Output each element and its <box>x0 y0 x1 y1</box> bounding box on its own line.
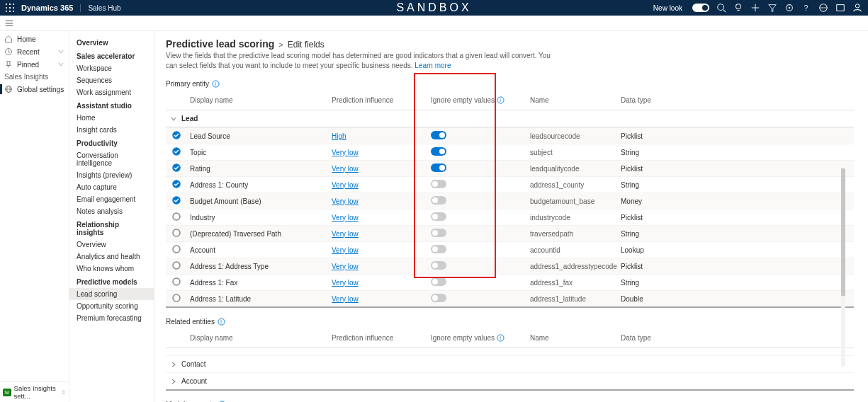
area-label: Sales Insights sett... <box>14 384 58 400</box>
learn-more-link[interactable]: Learn more <box>415 62 451 69</box>
row-influence-link[interactable]: Very low <box>332 263 359 270</box>
primary-entity-text: Primary entity <box>166 80 209 88</box>
nav-group-item[interactable]: Who knows whom <box>69 263 154 275</box>
nav-group-item[interactable]: Email engagement <box>69 193 154 205</box>
nav-group-item[interactable]: Auto capture <box>69 181 154 193</box>
info-icon[interactable]: i <box>212 80 220 88</box>
row-influence-link[interactable]: Very low <box>332 295 359 303</box>
nav-group-item[interactable]: Conversation intelligence <box>69 149 154 169</box>
gear-icon[interactable] <box>784 3 794 13</box>
globe-icon[interactable] <box>818 3 828 13</box>
row-ignore-toggle[interactable] <box>431 294 446 302</box>
row-checkbox[interactable] <box>171 147 181 156</box>
svg-text:i: i <box>500 335 501 341</box>
nav-home[interactable]: Home <box>0 33 69 45</box>
nav-group-item[interactable]: Sequences <box>69 74 154 86</box>
info-icon[interactable]: i <box>497 334 505 342</box>
row-influence-link[interactable]: High <box>332 132 346 140</box>
group-lead-label: Lead <box>181 115 198 122</box>
row-influence-link[interactable]: Very low <box>332 246 359 254</box>
row-type: String <box>618 179 703 191</box>
vertical-scrollbar[interactable] <box>841 168 845 367</box>
page-title: Predictive lead scoring <box>166 38 274 50</box>
row-display: Address 1: Address Type <box>187 260 329 272</box>
nav-group-item[interactable]: Premium forecasting <box>69 312 154 324</box>
newlook-toggle[interactable] <box>692 4 709 12</box>
row-type: String <box>618 228 703 240</box>
nav-group-item[interactable]: Analytics and health <box>69 251 154 263</box>
row-influence-link[interactable]: Very low <box>332 230 359 238</box>
rth-name: Name <box>527 333 618 343</box>
scrollbar-thumb[interactable] <box>841 168 845 296</box>
nav-global-settings[interactable]: Global settings <box>0 83 69 96</box>
area-switcher[interactable]: SI Sales Insights sett... <box>0 381 69 402</box>
table-row: Address 1: Fax Very low address1_fax Str… <box>166 274 854 290</box>
row-influence-link[interactable]: Very low <box>332 197 359 205</box>
plus-icon[interactable] <box>750 3 760 13</box>
row-checkbox[interactable] <box>171 277 181 287</box>
nav-pinned[interactable]: Pinned <box>0 58 69 71</box>
nav-recent[interactable]: Recent <box>0 45 69 58</box>
nav-pinned-label: Pinned <box>17 61 39 69</box>
settings-nav: OverviewSales acceleratorWorkspaceSequen… <box>69 31 154 402</box>
th-name: Name <box>527 95 618 105</box>
svg-rect-2 <box>13 4 14 5</box>
row-checkbox[interactable] <box>171 260 181 270</box>
row-checkbox[interactable] <box>171 163 181 173</box>
svg-point-9 <box>718 4 724 11</box>
nav-group-item[interactable]: Workspace <box>69 62 154 74</box>
th-influence: Prediction influence <box>329 95 428 105</box>
pin-icon <box>4 60 13 69</box>
svg-point-46 <box>173 294 180 302</box>
row-checkbox[interactable] <box>171 244 181 254</box>
row-influence-link[interactable]: Very low <box>332 165 359 173</box>
svg-line-28 <box>9 52 10 53</box>
nav-group-item[interactable]: Lead scoring <box>69 288 154 300</box>
person-icon[interactable] <box>852 3 862 13</box>
rth-ignore-text: Ignore empty values <box>431 334 495 342</box>
svg-rect-0 <box>6 4 7 5</box>
group-lead[interactable]: Lead <box>166 110 854 127</box>
nav-group-item[interactable]: Opportunity scoring <box>69 300 154 312</box>
breadcrumb: Predictive lead scoring > Edit fields <box>166 38 854 50</box>
primary-entity-label: Primary entity i <box>166 80 854 88</box>
nav-group-item[interactable]: Overview <box>69 239 154 251</box>
row-influence-link[interactable]: Very low <box>332 149 359 156</box>
row-name: traversedpath <box>527 228 618 240</box>
table-header: Display name Prediction influence Ignore… <box>166 91 854 110</box>
row-ignore-toggle[interactable] <box>431 277 446 286</box>
row-checkbox[interactable] <box>171 130 181 140</box>
globe-icon <box>4 85 13 93</box>
svg-point-11 <box>736 4 741 9</box>
lightbulb-icon[interactable] <box>733 3 743 13</box>
nav-group-item[interactable]: Insight cards <box>69 124 154 136</box>
svg-point-42 <box>173 229 180 236</box>
nav-group-item[interactable]: Home <box>69 112 154 124</box>
nav-group-item[interactable]: Insights (preview) <box>69 169 154 181</box>
waffle-icon[interactable] <box>6 4 14 12</box>
table-row: Account Very low accountid Lookup <box>166 241 854 258</box>
row-influence-link[interactable]: Very low <box>332 214 359 222</box>
info-icon[interactable]: i <box>218 318 225 326</box>
rth-display: Display name <box>187 333 329 343</box>
nav-group-item[interactable]: Notes analysis <box>69 205 154 217</box>
help-icon[interactable]: ? <box>801 3 811 13</box>
nav-group-item[interactable]: Work assignment <box>69 86 154 98</box>
row-checkbox[interactable] <box>171 212 181 222</box>
info-icon[interactable]: i <box>497 96 505 104</box>
row-influence-link[interactable]: Very low <box>332 279 359 287</box>
row-checkbox[interactable] <box>171 228 181 238</box>
related-header: Display name Prediction influence Ignore… <box>166 328 854 348</box>
related-group-row[interactable]: Contact <box>166 355 854 372</box>
related-group-row[interactable]: Account <box>166 372 854 389</box>
row-checkbox[interactable] <box>171 195 181 205</box>
row-checkbox[interactable] <box>171 293 181 303</box>
row-influence-link[interactable]: Very low <box>332 181 359 189</box>
photo-icon[interactable] <box>835 3 845 13</box>
search-icon[interactable] <box>716 3 726 13</box>
svg-rect-8 <box>13 11 14 12</box>
hamburger-icon[interactable] <box>4 18 14 28</box>
filter-icon[interactable] <box>767 3 777 13</box>
row-checkbox[interactable] <box>171 179 181 189</box>
related-group-label: Contact <box>181 360 205 368</box>
